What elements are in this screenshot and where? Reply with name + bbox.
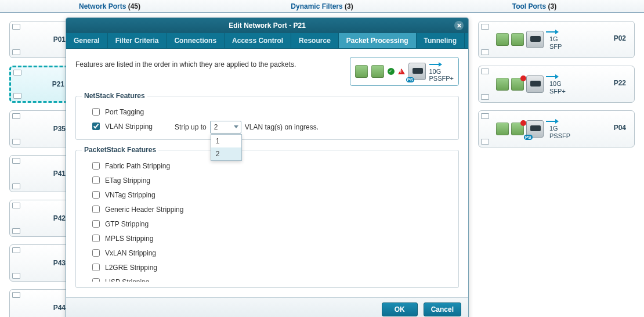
thumb-speed: 10G — [429, 68, 454, 75]
device-icon — [12, 49, 20, 55]
feat-label: L2GRE Stripping — [105, 264, 157, 272]
cancel-button[interactable]: Cancel — [424, 302, 461, 316]
port-card-p02[interactable]: 1G SFP P02 — [478, 21, 635, 58]
direction-arrow-icon — [546, 118, 560, 125]
strip-option-1[interactable]: 1 — [211, 135, 241, 147]
ok-button[interactable]: OK — [382, 302, 418, 316]
port-id: P21 — [52, 80, 64, 88]
jack-ps-icon — [408, 63, 426, 80]
edit-network-port-dialog: Edit Network Port - P21 ✕ General Filter… — [66, 17, 469, 317]
tab-tunneling[interactable]: Tunneling — [417, 33, 465, 48]
flag-icon — [12, 113, 20, 119]
chip-icon — [496, 33, 509, 46]
network-port-list: P01 P21 P35 P41 P42 P43 P44 — [9, 21, 71, 317]
tab-filter-criteria[interactable]: Filter Criteria — [108, 33, 167, 48]
device-icon — [12, 228, 20, 234]
flag-icon — [481, 113, 489, 119]
tool-port-list: 1G SFP P02 10G SFP+ P22 — [478, 21, 635, 147]
lisp-stripping-checkbox[interactable] — [92, 278, 100, 282]
netstack-features-fieldset: NetStack Features Port Tagging VLAN Stri… — [75, 92, 459, 140]
port-id: P44 — [53, 304, 66, 312]
strip-count-dropdown[interactable]: 2 1 2 — [210, 121, 241, 134]
chevron-down-icon — [234, 125, 238, 128]
packetstack-scroll[interactable]: Fabric Path Stripping ETag Stripping VNT… — [82, 158, 453, 282]
port-id: P04 — [614, 124, 626, 132]
chip-icon — [355, 65, 368, 78]
tab-resource[interactable]: Resource — [291, 33, 339, 48]
dialog-body: Features are listed in the order in whic… — [66, 49, 468, 297]
feature-order-info: Features are listed in the order in whic… — [75, 60, 296, 69]
chip-icon — [496, 123, 509, 135]
tab-general[interactable]: General — [66, 33, 108, 48]
vntag-stripping-checkbox[interactable] — [92, 191, 100, 199]
chip-icon — [511, 33, 524, 46]
jack-icon — [526, 31, 544, 48]
gtp-stripping-checkbox[interactable] — [92, 220, 100, 228]
chip-warn-icon — [511, 78, 524, 91]
port-speed: 10G — [549, 80, 566, 88]
device-icon — [13, 93, 21, 99]
tab-connections[interactable]: Connections — [167, 33, 225, 48]
l2gre-stripping-checkbox[interactable] — [92, 264, 100, 271]
port-card-p41[interactable]: P41 — [9, 155, 71, 192]
port-id: P41 — [53, 170, 66, 178]
strip-prefix: Strip up to — [175, 123, 207, 131]
flag-icon — [13, 70, 21, 75]
dialog-title: Edit Network Port - P21 — [229, 21, 306, 30]
warning-icon — [398, 69, 405, 74]
fabric-path-stripping-checkbox[interactable] — [92, 162, 100, 170]
port-card-p44[interactable]: P44 — [9, 289, 71, 317]
header-dynamic-filters: Dynamic Filters (3) — [216, 2, 428, 10]
port-card-p04[interactable]: 1G PSSFP P04 — [478, 110, 635, 147]
strip-option-2[interactable]: 2 — [211, 147, 241, 160]
device-icon — [12, 139, 20, 145]
header-filters-label: Dynamic Filters — [291, 2, 342, 10]
port-thumbnail: ✓ 10G PSSFP+ — [350, 57, 460, 86]
header-filters-count: (3) — [345, 2, 353, 10]
device-icon — [12, 183, 20, 189]
device-icon — [481, 94, 489, 100]
port-card-p22[interactable]: 10G SFP+ P22 — [478, 66, 635, 103]
device-icon — [12, 273, 20, 279]
flag-icon — [12, 203, 20, 208]
header-network-count: (45) — [128, 2, 140, 10]
strip-value: 2 — [214, 123, 218, 131]
port-card-p35[interactable]: P35 — [9, 110, 71, 147]
strip-suffix: VLAN tag(s) on ingress. — [245, 123, 319, 131]
dialog-title-bar: Edit Network Port - P21 ✕ — [66, 18, 468, 33]
flag-icon — [12, 158, 20, 164]
header-network-ports: Network Ports (45) — [3, 2, 216, 10]
header-tools-label: Tool Ports — [512, 2, 546, 10]
etag-stripping-checkbox[interactable] — [92, 176, 100, 184]
direction-arrow-icon — [546, 28, 560, 35]
feat-label: Fabric Path Stripping — [105, 162, 170, 170]
feat-label: MPLS Stripping — [105, 235, 153, 243]
port-id: P22 — [614, 79, 626, 87]
port-speed: 1G — [549, 35, 562, 43]
device-icon — [481, 139, 489, 145]
feat-label: Generic Header Stripping — [105, 206, 183, 214]
tab-access-control[interactable]: Access Control — [225, 33, 291, 48]
close-button[interactable]: ✕ — [454, 21, 464, 30]
port-card-p21[interactable]: P21 — [9, 66, 71, 103]
feat-label: ETag Stripping — [105, 176, 150, 185]
feat-label: VxLAN Stripping — [105, 249, 156, 257]
generic-header-stripping-checkbox[interactable] — [92, 206, 100, 213]
column-header-bar: Network Ports (45) Dynamic Filters (3) T… — [0, 0, 644, 13]
feat-label: GTP Stripping — [105, 220, 149, 228]
jack-ps-icon — [526, 120, 544, 138]
vxlan-stripping-checkbox[interactable] — [92, 249, 100, 257]
port-tagging-checkbox[interactable] — [92, 108, 100, 116]
port-card-p43[interactable]: P43 — [9, 244, 71, 282]
flag-icon — [12, 292, 20, 298]
flag-icon — [12, 247, 20, 253]
port-sfp: PSSFP — [549, 132, 570, 140]
vlan-stripping-checkbox[interactable] — [92, 123, 100, 130]
tab-packet-processing[interactable]: Packet Processing — [339, 33, 417, 48]
port-card-p42[interactable]: P42 — [9, 200, 71, 237]
device-icon — [481, 49, 489, 55]
direction-arrow-icon — [429, 61, 443, 68]
port-card-p01[interactable]: P01 — [9, 21, 71, 58]
mpls-stripping-checkbox[interactable] — [92, 235, 100, 242]
check-badge-icon: ✓ — [388, 68, 395, 75]
